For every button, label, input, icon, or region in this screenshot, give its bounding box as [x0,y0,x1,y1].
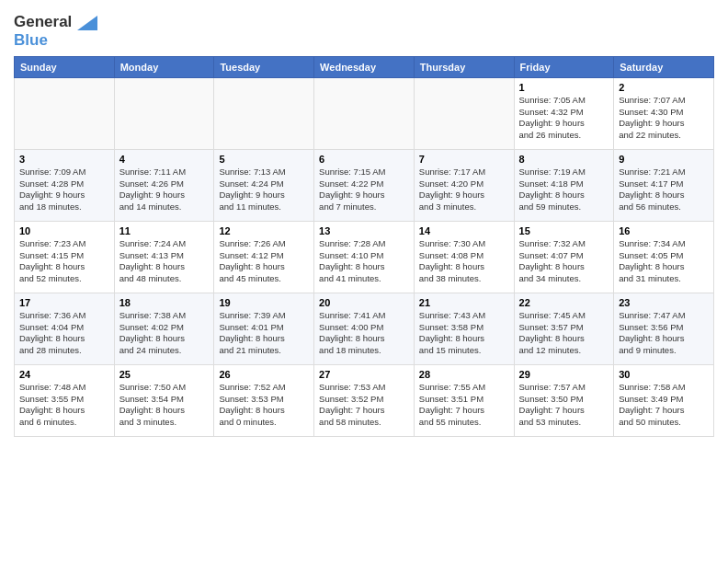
day-cell: 19Sunrise: 7:39 AM Sunset: 4:01 PM Dayli… [214,293,314,364]
day-number: 5 [219,154,309,165]
day-number: 7 [419,154,509,165]
day-number: 27 [319,369,409,380]
day-cell: 22Sunrise: 7:45 AM Sunset: 3:57 PM Dayli… [514,293,614,364]
day-cell: 30Sunrise: 7:58 AM Sunset: 3:49 PM Dayli… [614,364,714,436]
day-cell: 21Sunrise: 7:43 AM Sunset: 3:58 PM Dayli… [414,293,514,364]
day-cell: 20Sunrise: 7:41 AM Sunset: 4:00 PM Dayli… [314,293,415,364]
day-cell: 17Sunrise: 7:36 AM Sunset: 4:04 PM Dayli… [15,293,115,364]
header: General Blue [14,9,714,51]
day-cell: 24Sunrise: 7:48 AM Sunset: 3:55 PM Dayli… [15,364,115,436]
day-number: 4 [119,154,210,165]
day-number: 13 [319,225,409,236]
day-number: 20 [319,297,409,308]
day-info: Sunrise: 7:47 AM Sunset: 3:56 PM Dayligh… [619,310,709,357]
day-number: 24 [19,369,109,380]
day-info: Sunrise: 7:19 AM Sunset: 4:18 PM Dayligh… [519,167,609,213]
day-number: 14 [419,225,509,236]
day-cell: 4Sunrise: 7:11 AM Sunset: 4:26 PM Daylig… [114,149,214,221]
day-number: 21 [419,297,509,308]
logo-arrow-icon [77,16,97,30]
day-number: 23 [619,297,709,308]
day-cell: 11Sunrise: 7:24 AM Sunset: 4:13 PM Dayli… [114,221,214,293]
day-number: 6 [319,154,409,165]
day-number: 22 [519,297,609,308]
day-info: Sunrise: 7:07 AM Sunset: 4:30 PM Dayligh… [619,95,709,142]
day-number: 25 [119,369,210,380]
logo-text: General Blue [14,13,97,51]
day-info: Sunrise: 7:36 AM Sunset: 4:04 PM Dayligh… [19,310,109,357]
day-info: Sunrise: 7:38 AM Sunset: 4:02 PM Dayligh… [119,310,210,357]
day-cell: 3Sunrise: 7:09 AM Sunset: 4:28 PM Daylig… [15,149,115,221]
day-info: Sunrise: 7:09 AM Sunset: 4:28 PM Dayligh… [19,167,109,213]
day-info: Sunrise: 7:26 AM Sunset: 4:12 PM Dayligh… [219,238,309,285]
week-row-1: 1Sunrise: 7:05 AM Sunset: 4:32 PM Daylig… [15,77,714,149]
day-number: 10 [19,225,109,236]
day-info: Sunrise: 7:50 AM Sunset: 3:54 PM Dayligh… [119,382,210,429]
day-cell: 23Sunrise: 7:47 AM Sunset: 3:56 PM Dayli… [614,293,714,364]
day-cell: 16Sunrise: 7:34 AM Sunset: 4:05 PM Dayli… [614,221,714,293]
day-info: Sunrise: 7:48 AM Sunset: 3:55 PM Dayligh… [19,382,109,429]
day-header-sunday: Sunday [15,56,115,77]
calendar-body: 1Sunrise: 7:05 AM Sunset: 4:32 PM Daylig… [15,77,714,436]
calendar-table: SundayMondayTuesdayWednesdayThursdayFrid… [14,56,714,437]
day-number: 11 [119,225,210,236]
day-info: Sunrise: 7:45 AM Sunset: 3:57 PM Dayligh… [519,310,609,357]
day-number: 3 [19,154,109,165]
day-number: 29 [519,369,609,380]
day-number: 12 [219,225,309,236]
day-header-friday: Friday [514,56,614,77]
day-cell: 6Sunrise: 7:15 AM Sunset: 4:22 PM Daylig… [314,149,415,221]
day-info: Sunrise: 7:41 AM Sunset: 4:00 PM Dayligh… [319,310,409,357]
day-cell [414,77,514,149]
day-cell: 8Sunrise: 7:19 AM Sunset: 4:18 PM Daylig… [514,149,614,221]
day-cell [214,77,314,149]
svg-marker-0 [77,16,97,30]
day-info: Sunrise: 7:28 AM Sunset: 4:10 PM Dayligh… [319,238,409,285]
day-cell: 12Sunrise: 7:26 AM Sunset: 4:12 PM Dayli… [214,221,314,293]
day-cell: 10Sunrise: 7:23 AM Sunset: 4:15 PM Dayli… [15,221,115,293]
day-cell: 27Sunrise: 7:53 AM Sunset: 3:52 PM Dayli… [314,364,415,436]
day-number: 16 [619,225,709,236]
day-info: Sunrise: 7:23 AM Sunset: 4:15 PM Dayligh… [19,238,109,285]
day-cell: 13Sunrise: 7:28 AM Sunset: 4:10 PM Dayli… [314,221,415,293]
day-info: Sunrise: 7:34 AM Sunset: 4:05 PM Dayligh… [619,238,709,285]
day-cell: 2Sunrise: 7:07 AM Sunset: 4:30 PM Daylig… [614,77,714,149]
day-cell [314,77,415,149]
week-row-4: 17Sunrise: 7:36 AM Sunset: 4:04 PM Dayli… [15,293,714,364]
day-info: Sunrise: 7:39 AM Sunset: 4:01 PM Dayligh… [219,310,309,357]
day-number: 26 [219,369,309,380]
day-info: Sunrise: 7:58 AM Sunset: 3:49 PM Dayligh… [619,382,709,429]
day-number: 30 [619,369,709,380]
day-number: 15 [519,225,609,236]
week-row-3: 10Sunrise: 7:23 AM Sunset: 4:15 PM Dayli… [15,221,714,293]
week-row-5: 24Sunrise: 7:48 AM Sunset: 3:55 PM Dayli… [15,364,714,436]
day-info: Sunrise: 7:11 AM Sunset: 4:26 PM Dayligh… [119,167,210,213]
day-number: 28 [419,369,509,380]
day-number: 9 [619,154,709,165]
day-cell: 26Sunrise: 7:52 AM Sunset: 3:53 PM Dayli… [214,364,314,436]
day-info: Sunrise: 7:32 AM Sunset: 4:07 PM Dayligh… [519,238,609,285]
day-header-wednesday: Wednesday [314,56,415,77]
day-cell: 5Sunrise: 7:13 AM Sunset: 4:24 PM Daylig… [214,149,314,221]
day-cell: 7Sunrise: 7:17 AM Sunset: 4:20 PM Daylig… [414,149,514,221]
day-cell: 1Sunrise: 7:05 AM Sunset: 4:32 PM Daylig… [514,77,614,149]
day-cell: 28Sunrise: 7:55 AM Sunset: 3:51 PM Dayli… [414,364,514,436]
day-number: 1 [519,82,609,93]
day-number: 8 [519,154,609,165]
day-cell: 14Sunrise: 7:30 AM Sunset: 4:08 PM Dayli… [414,221,514,293]
day-number: 18 [119,297,210,308]
day-cell: 9Sunrise: 7:21 AM Sunset: 4:17 PM Daylig… [614,149,714,221]
day-info: Sunrise: 7:53 AM Sunset: 3:52 PM Dayligh… [319,382,409,429]
day-info: Sunrise: 7:24 AM Sunset: 4:13 PM Dayligh… [119,238,210,285]
logo: General Blue [14,13,97,51]
day-number: 19 [219,297,309,308]
day-header-monday: Monday [114,56,214,77]
day-info: Sunrise: 7:21 AM Sunset: 4:17 PM Dayligh… [619,167,709,213]
calendar-header-row: SundayMondayTuesdayWednesdayThursdayFrid… [15,56,714,77]
day-info: Sunrise: 7:17 AM Sunset: 4:20 PM Dayligh… [419,167,509,213]
day-cell: 25Sunrise: 7:50 AM Sunset: 3:54 PM Dayli… [114,364,214,436]
day-cell: 18Sunrise: 7:38 AM Sunset: 4:02 PM Dayli… [114,293,214,364]
day-info: Sunrise: 7:55 AM Sunset: 3:51 PM Dayligh… [419,382,509,429]
day-header-tuesday: Tuesday [214,56,314,77]
day-cell [114,77,214,149]
